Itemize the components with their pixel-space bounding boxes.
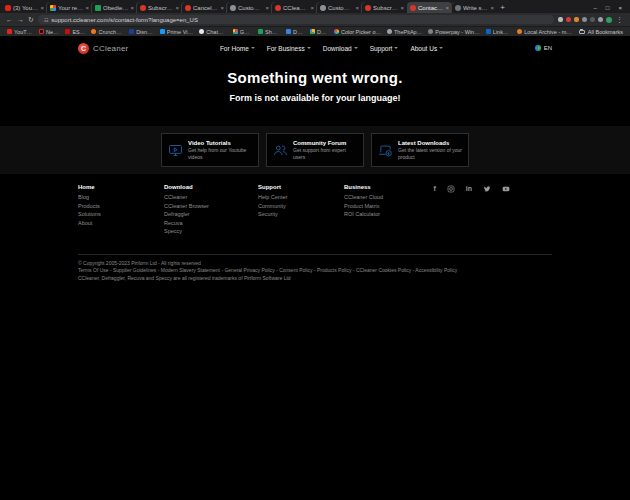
nav-for-home[interactable]: For Home xyxy=(220,45,255,52)
footer-link-ccleaner-browser[interactable]: CCleaner Browser xyxy=(164,203,244,209)
extension-icon[interactable] xyxy=(598,17,603,22)
footer-link-recuva[interactable]: Recuva xyxy=(164,220,244,226)
tab-label: Customer Sup... xyxy=(328,5,353,11)
nav-about-us[interactable]: About Us xyxy=(410,45,443,52)
tab-close-icon[interactable] xyxy=(400,5,404,11)
footer-link-about[interactable]: About xyxy=(78,220,150,226)
tab-close-icon[interactable] xyxy=(355,5,359,11)
error-subtitle: Form is not available for your language! xyxy=(0,93,630,103)
tab-customer-support-1[interactable]: Customer Sup... xyxy=(227,2,272,13)
address-bar[interactable]: support.ccleaner.com/s/contact-form?lang… xyxy=(38,15,554,24)
card-title: Video Tutorials xyxy=(188,140,252,146)
community-forum-card[interactable]: Community Forum Get support from expert … xyxy=(266,133,364,167)
footer-link-community[interactable]: Community xyxy=(258,203,330,209)
profile-avatar[interactable] xyxy=(606,17,612,23)
bookmark-color-picker[interactable]: Color Picker onli... xyxy=(334,29,381,35)
instagram-icon[interactable] xyxy=(447,185,455,193)
footer-link-security[interactable]: Security xyxy=(258,211,330,217)
tab-subscription-2[interactable]: Subscription M... xyxy=(362,2,407,13)
tab-write-soy[interactable]: Write soy in te... xyxy=(452,2,497,13)
footer-col-download: Download CCleaner CCleaner Browser Defra… xyxy=(164,184,244,237)
twitter-icon[interactable] xyxy=(483,185,491,193)
language-selector[interactable]: EN xyxy=(535,45,552,51)
bookmark-youtube[interactable]: YouTube xyxy=(7,29,33,35)
tab-close-icon[interactable] xyxy=(175,5,179,11)
footer-link-solutions[interactable]: Solutions xyxy=(78,211,150,217)
close-icon[interactable] xyxy=(618,5,622,11)
ccleaner-logo[interactable]: C CCleaner xyxy=(78,43,128,54)
docs-icon xyxy=(286,29,291,34)
video-tutorials-icon xyxy=(168,143,183,158)
bookmark-docs[interactable]: Docs xyxy=(286,29,304,35)
brand-name: CCleaner xyxy=(93,44,128,53)
site-info-icon[interactable] xyxy=(44,17,48,23)
bookmark-crunchyroll[interactable]: Crunchyroll xyxy=(91,29,123,35)
footer-link-products[interactable]: Products xyxy=(78,203,150,209)
footer-link-speccy[interactable]: Speccy xyxy=(164,228,244,234)
bookmark-chatgpt[interactable]: ChatGPT xyxy=(199,29,226,35)
tab-close-icon[interactable] xyxy=(490,5,494,11)
browser-menu-icon[interactable] xyxy=(615,16,624,24)
site-footer: Home Blog Products Solutions About Downl… xyxy=(0,184,630,237)
tab-contact-form-active[interactable]: Contact Form xyxy=(407,2,452,13)
tab-cancel-account[interactable]: Cancel my Acc... xyxy=(182,2,227,13)
bookmark-local-archive[interactable]: Local Archive - myfe... xyxy=(517,29,573,35)
footer-link-defraggler[interactable]: Defraggler xyxy=(164,211,244,217)
new-tab-button[interactable] xyxy=(497,2,508,13)
tab-label: Cancel my Acc... xyxy=(193,5,218,11)
bookmark-netflix[interactable]: Netflix xyxy=(39,29,59,35)
bookmark-gmail[interactable]: Gmail xyxy=(233,29,252,35)
minimize-icon[interactable] xyxy=(594,5,597,11)
tab-customer-support-2[interactable]: Customer Sup... xyxy=(317,2,362,13)
nav-download[interactable]: Download xyxy=(323,45,358,52)
tab-ccleaner-com[interactable]: CCleaner.com xyxy=(272,2,317,13)
latest-downloads-card[interactable]: Latest Downloads Get the latest version … xyxy=(371,133,469,167)
footer-link-blog[interactable]: Blog xyxy=(78,194,150,200)
tab-close-icon[interactable] xyxy=(310,5,314,11)
footer-link-help-center[interactable]: Help Center xyxy=(258,194,330,200)
maximize-icon[interactable] xyxy=(606,5,610,11)
video-tutorials-card[interactable]: Video Tutorials Get help from our Youtub… xyxy=(161,133,259,167)
all-bookmarks-button[interactable]: All Bookmarks xyxy=(579,29,623,35)
footer-link-product-matrix[interactable]: Product Matrix xyxy=(344,203,422,209)
tab-close-icon[interactable] xyxy=(130,5,134,11)
linkedin-icon[interactable]: in xyxy=(466,185,472,192)
nav-support[interactable]: Support xyxy=(370,45,399,52)
bookmark-disney-plus[interactable]: Disney+ xyxy=(129,29,154,35)
bookmark-drive[interactable]: Drive xyxy=(310,29,328,35)
chevron-down-icon xyxy=(307,47,311,49)
tab-close-icon[interactable] xyxy=(40,5,44,11)
footer-link-ccleaner-cloud[interactable]: CCleaner Cloud xyxy=(344,194,422,200)
espn-icon xyxy=(65,29,70,34)
bookmark-espn[interactable]: ESPN xyxy=(65,29,85,35)
extension-icon[interactable] xyxy=(566,17,571,22)
tab-obedience[interactable]: Obedience_Tra... xyxy=(92,2,137,13)
extension-icon[interactable] xyxy=(574,17,579,22)
extension-icon[interactable] xyxy=(558,17,563,22)
tab-youtube[interactable]: (3) YouTube xyxy=(2,2,47,13)
youtube-icon[interactable] xyxy=(502,185,510,193)
extension-icon[interactable] xyxy=(590,17,595,22)
prime-video-icon xyxy=(160,29,165,34)
tab-close-icon[interactable] xyxy=(85,5,89,11)
forward-icon[interactable]: → xyxy=(17,16,24,23)
tab-close-icon[interactable] xyxy=(220,5,224,11)
bookmark-prime-video[interactable]: Prime Video xyxy=(160,29,194,35)
footer-link-ccleaner[interactable]: CCleaner xyxy=(164,194,244,200)
bookmark-powerpay[interactable]: Powerpay - Windo... xyxy=(428,29,480,35)
tab-subscription-1[interactable]: Subscription M... xyxy=(137,2,182,13)
tab-close-icon[interactable] xyxy=(265,5,269,11)
facebook-icon[interactable]: f xyxy=(433,185,435,192)
bookmark-thepitapp[interactable]: ThePitApp.to xyxy=(387,29,422,35)
refresh-icon[interactable]: ↻ xyxy=(28,16,34,23)
bookmark-sheets[interactable]: Sheets xyxy=(258,29,280,35)
footer-link-roi-calculator[interactable]: ROI Calculator xyxy=(344,211,422,217)
bookmark-linkedin[interactable]: LinkedIn xyxy=(486,29,511,35)
legal-links[interactable]: Terms Of Use - Supplier Guidelines - Mod… xyxy=(78,267,552,275)
tab-close-icon[interactable] xyxy=(445,5,449,11)
back-icon[interactable]: ← xyxy=(6,16,13,23)
tab-your-request[interactable]: Your request... xyxy=(47,2,92,13)
footer-col-home: Home Blog Products Solutions About xyxy=(78,184,150,237)
nav-for-business[interactable]: For Business xyxy=(267,45,311,52)
extension-icon[interactable] xyxy=(582,17,587,22)
